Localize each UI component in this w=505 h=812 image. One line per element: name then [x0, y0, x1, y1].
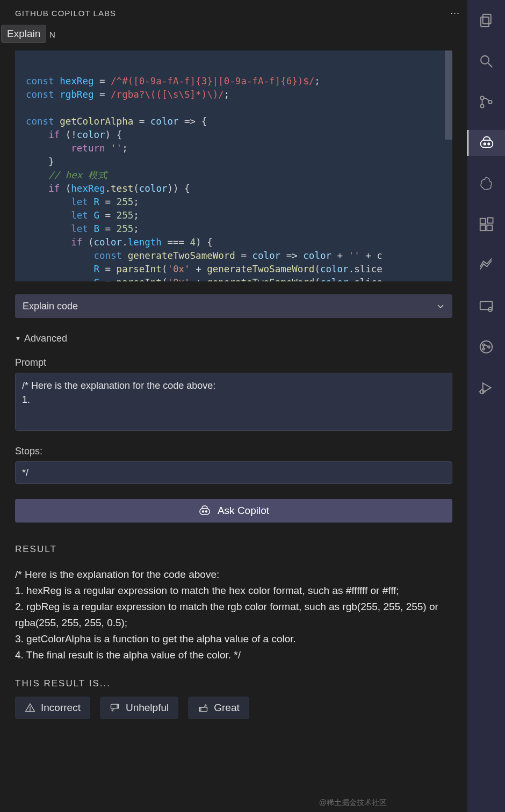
svg-point-14: [488, 143, 489, 144]
svg-rect-6: [481, 17, 489, 27]
svg-point-4: [30, 710, 30, 711]
watermark: @稀土掘金技术社区: [319, 798, 387, 808]
thumbs-up-icon: [198, 702, 208, 713]
svg-rect-19: [480, 301, 493, 309]
panel-title: GITHUB COPILOT LABS: [15, 9, 116, 18]
caret-down-icon: ▼: [15, 335, 21, 342]
activity-bar: [467, 0, 505, 812]
graph-icon[interactable]: [467, 252, 505, 278]
ask-label: Ask Copilot: [218, 505, 269, 517]
explorer-icon[interactable]: [467, 8, 505, 33]
prompt-label: Prompt: [15, 357, 452, 368]
explain-tooltip: Explain: [1, 25, 46, 43]
svg-rect-18: [488, 218, 493, 223]
svg-rect-15: [480, 219, 486, 224]
svg-point-10: [480, 104, 484, 107]
openai-icon[interactable]: [467, 171, 505, 197]
svg-point-13: [484, 143, 486, 144]
svg-line-8: [488, 63, 493, 68]
action-select[interactable]: Explain code: [15, 294, 452, 318]
stops-label: Stops:: [15, 446, 452, 457]
code-scrollbar[interactable]: [445, 50, 452, 140]
more-icon[interactable]: ···: [450, 8, 460, 19]
svg-rect-16: [480, 225, 486, 230]
svg-point-22: [482, 344, 485, 346]
incorrect-button[interactable]: Incorrect: [15, 697, 90, 719]
unhelpful-button[interactable]: Unhelpful: [100, 697, 178, 719]
select-label: Explain code: [23, 301, 78, 312]
copilot-icon: [198, 504, 211, 517]
advanced-label: Advanced: [24, 333, 67, 344]
result-text: /* Here is the explanation for the code …: [15, 567, 452, 663]
code-snippet: const hexReg = /^#([0-9a-fA-f]{3}|[0-9a-…: [15, 50, 452, 281]
feedback-title: THIS RESULT IS...: [15, 678, 452, 689]
svg-rect-0: [200, 509, 210, 514]
svg-rect-17: [487, 225, 492, 230]
svg-rect-12: [481, 140, 493, 148]
ask-copilot-button[interactable]: Ask Copilot: [15, 499, 452, 523]
svg-point-9: [480, 96, 484, 99]
extensions-icon[interactable]: [467, 212, 505, 237]
search-icon[interactable]: [467, 48, 505, 74]
explain-section-header[interactable]: N: [0, 26, 467, 43]
svg-point-11: [488, 100, 492, 104]
svg-point-2: [206, 511, 207, 512]
feedback-row: Incorrect Unhelpful Great: [15, 697, 452, 719]
thumbs-down-icon: [110, 702, 120, 713]
panel-main: GITHUB COPILOT LABS ··· N Explain const …: [0, 0, 467, 812]
svg-point-23: [482, 348, 485, 350]
remote-icon[interactable]: [467, 293, 505, 319]
source-control-icon[interactable]: [467, 89, 505, 115]
svg-point-21: [480, 341, 493, 353]
chevron-down-icon: [436, 302, 445, 310]
run-debug-icon[interactable]: [467, 375, 505, 401]
result-title: RESULT: [15, 544, 452, 555]
advanced-toggle[interactable]: ▼ Advanced: [15, 333, 452, 344]
svg-point-7: [481, 56, 489, 64]
stops-input[interactable]: [15, 461, 452, 484]
great-button[interactable]: Great: [188, 697, 249, 719]
prompt-input[interactable]: [15, 373, 452, 431]
panel-body: const hexReg = /^#([0-9a-fA-f]{3}|[0-9a-…: [0, 43, 467, 812]
svg-point-24: [488, 346, 490, 348]
git-graph-icon[interactable]: [467, 334, 505, 360]
svg-point-1: [203, 511, 204, 512]
panel-header: GITHUB COPILOT LABS ···: [0, 0, 467, 26]
copilot-tab[interactable]: [467, 130, 505, 156]
warning-icon: [25, 702, 35, 713]
svg-rect-5: [483, 15, 491, 24]
